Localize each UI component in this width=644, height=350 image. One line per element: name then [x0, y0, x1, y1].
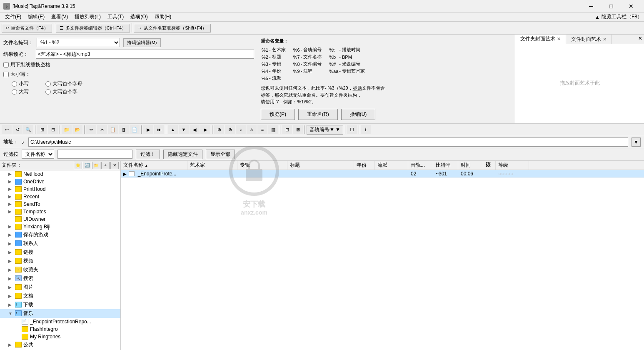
- tree-item-recent[interactable]: ▶ Recent: [0, 193, 120, 200]
- tb-skip-btn[interactable]: ⏭: [154, 125, 164, 134]
- cover-tab-folder[interactable]: 文件夹封面艺术 ✕: [515, 35, 566, 44]
- tree-add-btn[interactable]: +: [101, 162, 110, 169]
- file-mask-input[interactable]: %1 - %2: [37, 38, 120, 47]
- get-tags-button[interactable]: → 从文件名获取标签（Shift+F4）: [134, 24, 210, 32]
- tb-back-btn[interactable]: ↩: [2, 125, 12, 134]
- tb-openfolder-btn[interactable]: 📂: [72, 125, 82, 134]
- tb-vis-btn[interactable]: ▦: [268, 125, 278, 134]
- tree-item-onedrive[interactable]: ▶ OneDrive: [0, 178, 120, 185]
- filter-type-select[interactable]: 文件名称: [22, 150, 54, 159]
- mask-editor-button[interactable]: 掩码编辑器(M): [123, 38, 161, 47]
- replace-space-checkbox[interactable]: [3, 62, 9, 68]
- tree-item-saved-games[interactable]: ▶ 保存的游戏: [0, 230, 120, 239]
- file-tab-close[interactable]: ✕: [603, 37, 607, 42]
- preview-input[interactable]: [36, 50, 254, 59]
- tree-new-folder-btn[interactable]: 📁: [92, 162, 100, 169]
- col-rating[interactable]: 等级: [496, 161, 529, 170]
- cap-first-word-radio[interactable]: [45, 89, 51, 95]
- cancel-button[interactable]: 撤销(U): [341, 109, 376, 120]
- tree-item-templates[interactable]: ▶ Templates: [0, 208, 120, 215]
- hide-selected-button[interactable]: 隐藏选定文件: [163, 150, 202, 159]
- menu-tools[interactable]: 工具(T): [104, 12, 127, 21]
- tb-stop-btn[interactable]: ⊗: [225, 125, 235, 134]
- cap-first-radio[interactable]: [45, 81, 51, 87]
- tree-item-pictures[interactable]: ▶ 图片: [0, 283, 120, 292]
- col-artist[interactable]: 艺术家: [187, 161, 237, 170]
- tree-refresh-btn[interactable]: 🔄: [83, 162, 91, 169]
- tb-up-btn[interactable]: ▲: [168, 125, 178, 134]
- rename-button[interactable]: 重命名(R): [298, 109, 338, 120]
- tree-close-btn[interactable]: ✕: [110, 162, 119, 169]
- col-album[interactable]: 专辑: [237, 161, 287, 170]
- col-duration[interactable]: 时间: [458, 161, 483, 170]
- menu-view[interactable]: 查看(V): [48, 12, 71, 21]
- rename-files-button[interactable]: ↩ 重命名文件（F4）: [2, 24, 52, 32]
- tree-item-music[interactable]: ▼ ♪ 音乐: [0, 309, 120, 318]
- tree-item-sendto[interactable]: ▶ SendTo: [0, 200, 120, 208]
- tb-grid-btn[interactable]: ⊞: [37, 125, 47, 134]
- tree-item-public[interactable]: ▶ 公共: [0, 340, 120, 349]
- tree-item-nethood[interactable]: ▶ NetHood: [0, 170, 120, 178]
- tree-item-yinxiang[interactable]: ▶ Yinxiang Biji: [0, 223, 120, 230]
- maximize-button[interactable]: □: [602, 0, 621, 12]
- cover-tab-file[interactable]: 文件封面艺术 ✕: [566, 35, 612, 44]
- uppercase-radio[interactable]: [12, 89, 17, 95]
- tree-item-uidowner[interactable]: UIDowner: [0, 215, 120, 223]
- tb-eq-btn[interactable]: ≡: [257, 125, 267, 134]
- tb-extra1-btn[interactable]: ☐: [347, 125, 357, 134]
- preview-button[interactable]: 预览(P): [261, 109, 295, 120]
- menu-options[interactable]: 选项(O): [127, 12, 151, 21]
- close-button[interactable]: ✕: [622, 0, 641, 12]
- tb-delete-btn[interactable]: 🗑: [119, 125, 129, 134]
- file-row[interactable]: ▶ _EndpointProte... 02 ~301 00:06 ○○○○○: [121, 170, 644, 178]
- filter-button[interactable]: 过滤！: [136, 150, 160, 159]
- address-dropdown[interactable]: ▼: [632, 138, 641, 147]
- tb-down-btn[interactable]: ▼: [179, 125, 189, 134]
- menu-playlist[interactable]: 播放列表(L): [71, 12, 104, 21]
- tb-circle-btn[interactable]: ⊕: [214, 125, 224, 134]
- case-checkbox[interactable]: [3, 72, 9, 77]
- col-image[interactable]: 🖼: [483, 161, 496, 170]
- tree-item-contacts[interactable]: ▶ 联系人: [0, 239, 120, 248]
- track-edit-label[interactable]: 音轨编号▼ ▼: [307, 125, 343, 135]
- col-filename[interactable]: 文件名称 ▲: [121, 161, 187, 170]
- tree-item-favorites[interactable]: ▶ ⭐ 收藏夹: [0, 265, 120, 274]
- tb-tag2-btn[interactable]: ⊠: [293, 125, 303, 134]
- tb-copy-btn[interactable]: 📋: [108, 125, 118, 134]
- multi-tag-editor-button[interactable]: ☰ 多文件标签编辑器（Ctrl+F4）: [56, 24, 130, 32]
- col-bitrate[interactable]: 比特率: [433, 161, 458, 170]
- col-track[interactable]: 音轨...: [408, 161, 433, 170]
- tb-search-btn[interactable]: 🔍: [23, 125, 33, 134]
- tree-item-myringtones[interactable]: My Ringtones: [0, 333, 120, 340]
- tb-vol2-btn[interactable]: ♫: [247, 125, 257, 134]
- tree-item-flashintegro[interactable]: FlashIntegro: [0, 325, 120, 333]
- tree-item-docs[interactable]: ▶ 文档: [0, 292, 120, 300]
- minimize-button[interactable]: ─: [582, 0, 601, 12]
- tb-info-btn[interactable]: ℹ: [361, 125, 371, 134]
- tb-edit-btn[interactable]: ✏: [86, 125, 96, 134]
- col-title[interactable]: 标题: [287, 161, 354, 170]
- tb-list-btn[interactable]: ⊟: [48, 125, 58, 134]
- tb-play-btn[interactable]: ▶: [143, 125, 153, 134]
- tree-item-downloads[interactable]: ▶ ↓ 下载: [0, 300, 120, 309]
- folder-tab-close[interactable]: ✕: [557, 36, 561, 42]
- tree-item-printhood[interactable]: ▶ PrintHood: [0, 185, 120, 193]
- tb-next-btn[interactable]: ▶: [200, 125, 210, 134]
- col-genre[interactable]: 流派: [375, 161, 408, 170]
- tb-prev-btn[interactable]: ◀: [190, 125, 200, 134]
- tb-new-btn[interactable]: 📄: [130, 125, 140, 134]
- address-input[interactable]: [28, 138, 628, 147]
- lowercase-radio[interactable]: [12, 81, 17, 87]
- tree-item-links[interactable]: ▶ 链接: [0, 248, 120, 257]
- tb-vol-btn[interactable]: ♪: [236, 125, 246, 134]
- tree-item-video[interactable]: ▶ 视频: [0, 257, 120, 265]
- tb-folder-btn[interactable]: 📁: [62, 125, 72, 134]
- menu-edit[interactable]: 编辑(E): [25, 12, 48, 21]
- tb-cut-btn[interactable]: ✂: [97, 125, 107, 134]
- filter-input[interactable]: [57, 150, 132, 159]
- tree-item-endpoint-file[interactable]: 📄 _EndpointProtectionRepo...: [0, 318, 120, 325]
- tree-item-search[interactable]: ▶ 🔍 搜索: [0, 274, 120, 283]
- col-year[interactable]: 年份: [354, 161, 375, 170]
- tree-fav-btn[interactable]: ⭐: [74, 162, 82, 169]
- tb-refresh-btn[interactable]: ↺: [12, 125, 22, 134]
